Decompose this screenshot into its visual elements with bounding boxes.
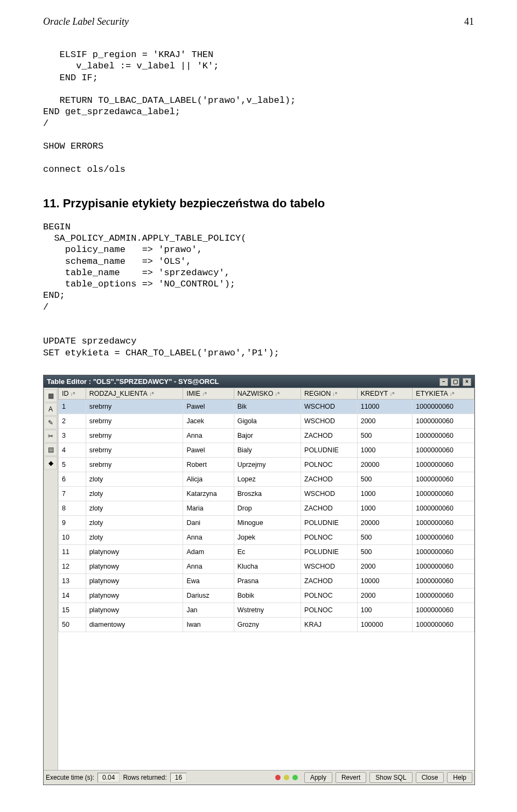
- cell-id[interactable]: 8: [59, 501, 86, 515]
- apply-button[interactable]: Apply: [304, 772, 332, 783]
- cell-imie[interactable]: Pawel: [183, 399, 234, 414]
- table-row[interactable]: 1srebrnyPawelBikWSCHOD110001000000060: [59, 399, 474, 414]
- cell-kredyt[interactable]: 100: [357, 603, 413, 617]
- cell-kredyt[interactable]: 10000: [357, 573, 413, 588]
- cell-region[interactable]: POLNOC: [301, 603, 358, 617]
- cell-id[interactable]: 10: [59, 530, 86, 544]
- cell-region[interactable]: POLNOC: [301, 457, 358, 472]
- cell-naz[interactable]: Bialy: [234, 443, 301, 457]
- cell-region[interactable]: WSCHOD: [301, 414, 358, 428]
- cell-rodzaj[interactable]: srebrny: [86, 414, 183, 428]
- cell-ety[interactable]: 1000000060: [413, 515, 474, 530]
- cell-naz[interactable]: Broszka: [234, 486, 301, 501]
- cell-naz[interactable]: Jopek: [234, 530, 301, 544]
- cell-id[interactable]: 12: [59, 559, 86, 573]
- cell-kredyt[interactable]: 2000: [357, 588, 413, 603]
- cell-ety[interactable]: 1000000060: [413, 414, 474, 428]
- cell-imie[interactable]: Anna: [183, 559, 234, 573]
- col-imie[interactable]: IMIE↓ª: [183, 388, 234, 399]
- cell-kredyt[interactable]: 1000: [357, 443, 413, 457]
- help-button[interactable]: Help: [447, 772, 472, 783]
- cell-imie[interactable]: Ewa: [183, 573, 234, 588]
- cell-region[interactable]: WSCHOD: [301, 559, 358, 573]
- cell-naz[interactable]: Wstretny: [234, 603, 301, 617]
- cell-region[interactable]: ZACHOD: [301, 428, 358, 443]
- cell-ety[interactable]: 1000000060: [413, 617, 474, 632]
- cell-imie[interactable]: Robert: [183, 457, 234, 472]
- window-titlebar[interactable]: Table Editor : "OLS"."SPRZEDAWCY" - SYS@…: [44, 375, 474, 388]
- table-row[interactable]: 5srebrnyRobertUprzejmyPOLNOC200001000000…: [59, 457, 474, 472]
- maximize-icon[interactable]: ▢: [451, 378, 459, 386]
- cell-kredyt[interactable]: 500: [357, 472, 413, 486]
- cell-kredyt[interactable]: 500: [357, 530, 413, 544]
- cell-imie[interactable]: Dariusz: [183, 588, 234, 603]
- cell-imie[interactable]: Anna: [183, 530, 234, 544]
- cell-id[interactable]: 2: [59, 414, 86, 428]
- cell-id[interactable]: 3: [59, 428, 86, 443]
- cell-rodzaj[interactable]: srebrny: [86, 457, 183, 472]
- cell-id[interactable]: 7: [59, 486, 86, 501]
- cell-rodzaj[interactable]: srebrny: [86, 399, 183, 414]
- table-row[interactable]: 2srebrnyJacekGigolaWSCHOD20001000000060: [59, 414, 474, 428]
- cell-region[interactable]: POLUDNIE: [301, 515, 358, 530]
- cell-region[interactable]: ZACHOD: [301, 501, 358, 515]
- table-row[interactable]: 15platynowyJanWstretnyPOLNOC100100000006…: [59, 603, 474, 617]
- revert-button[interactable]: Revert: [336, 772, 366, 783]
- cell-id[interactable]: 11: [59, 544, 86, 559]
- cell-rodzaj[interactable]: srebrny: [86, 443, 183, 457]
- cell-ety[interactable]: 1000000060: [413, 530, 474, 544]
- cell-imie[interactable]: Katarzyna: [183, 486, 234, 501]
- cell-ety[interactable]: 1000000060: [413, 559, 474, 573]
- table-row[interactable]: 6zlotyAlicjaLopezZACHOD5001000000060: [59, 472, 474, 486]
- cell-naz[interactable]: Bik: [234, 399, 301, 414]
- cell-id[interactable]: 9: [59, 515, 86, 530]
- cell-region[interactable]: ZACHOD: [301, 472, 358, 486]
- doc-icon[interactable]: ✂: [44, 430, 57, 443]
- cell-rodzaj[interactable]: zloty: [86, 472, 183, 486]
- table-row[interactable]: 8zlotyMariaDropZACHOD10001000000060: [59, 501, 474, 515]
- cell-id[interactable]: 50: [59, 617, 86, 632]
- cell-rodzaj[interactable]: zloty: [86, 501, 183, 515]
- col-rodzaj[interactable]: RODZAJ_KLIENTA↓ª: [86, 388, 183, 399]
- cell-ety[interactable]: 1000000060: [413, 486, 474, 501]
- cell-naz[interactable]: Prasna: [234, 573, 301, 588]
- cell-id[interactable]: 15: [59, 603, 86, 617]
- cell-rodzaj[interactable]: zloty: [86, 515, 183, 530]
- page-icon[interactable]: ▤: [44, 443, 57, 456]
- cell-naz[interactable]: Klucha: [234, 559, 301, 573]
- cell-ety[interactable]: 1000000060: [413, 428, 474, 443]
- table-row[interactable]: 14platynowyDariuszBobikPOLNOC20001000000…: [59, 588, 474, 603]
- cell-kredyt[interactable]: 1000: [357, 486, 413, 501]
- col-region[interactable]: REGION↓ª: [301, 388, 358, 399]
- table-row[interactable]: 3srebrnyAnnaBajorZACHOD5001000000060: [59, 428, 474, 443]
- cell-region[interactable]: WSCHOD: [301, 486, 358, 501]
- cell-region[interactable]: WSCHOD: [301, 399, 358, 414]
- cell-naz[interactable]: Drop: [234, 501, 301, 515]
- table-row[interactable]: 12platynowyAnnaKluchaWSCHOD2000100000006…: [59, 559, 474, 573]
- cell-imie[interactable]: Jacek: [183, 414, 234, 428]
- table-row[interactable]: 10zlotyAnnaJopekPOLNOC5001000000060: [59, 530, 474, 544]
- table-row[interactable]: 13platynowyEwaPrasnaZACHOD10000100000006…: [59, 573, 474, 588]
- cell-ety[interactable]: 1000000060: [413, 573, 474, 588]
- cell-ety[interactable]: 1000000060: [413, 603, 474, 617]
- cell-kredyt[interactable]: 500: [357, 428, 413, 443]
- cell-kredyt[interactable]: 2000: [357, 414, 413, 428]
- cell-kredyt[interactable]: 100000: [357, 617, 413, 632]
- cell-imie[interactable]: Jan: [183, 603, 234, 617]
- cell-region[interactable]: POLUDNIE: [301, 544, 358, 559]
- cell-id[interactable]: 5: [59, 457, 86, 472]
- pencil-icon[interactable]: ✎: [44, 416, 57, 429]
- cell-kredyt[interactable]: 20000: [357, 457, 413, 472]
- cell-ety[interactable]: 1000000060: [413, 544, 474, 559]
- cell-kredyt[interactable]: 500: [357, 544, 413, 559]
- cell-rodzaj[interactable]: zloty: [86, 486, 183, 501]
- cell-rodzaj[interactable]: zloty: [86, 530, 183, 544]
- col-etykieta[interactable]: ETYKIETA↓ª: [413, 388, 474, 399]
- cell-region[interactable]: ZACHOD: [301, 573, 358, 588]
- cell-region[interactable]: POLNOC: [301, 530, 358, 544]
- table-row[interactable]: 11platynowyAdamEcPOLUDNIE5001000000060: [59, 544, 474, 559]
- cell-imie[interactable]: Alicja: [183, 472, 234, 486]
- cell-naz[interactable]: Bajor: [234, 428, 301, 443]
- cell-naz[interactable]: Lopez: [234, 472, 301, 486]
- cell-imie[interactable]: Maria: [183, 501, 234, 515]
